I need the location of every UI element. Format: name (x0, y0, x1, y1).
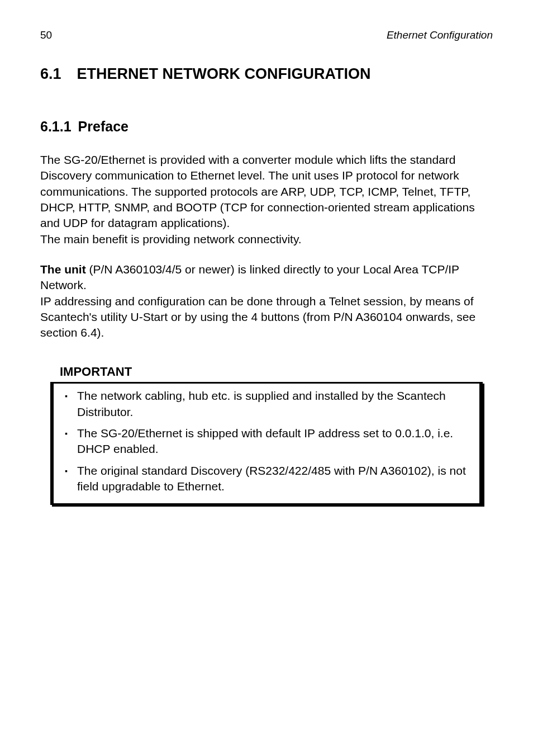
section-heading-1: 6.1ETHERNET NETWORK CONFIGURATION (40, 64, 493, 84)
h2-title: Preface (78, 119, 129, 134)
paragraph-1-text: The SG-20/Ethernet is provided with a co… (40, 153, 475, 229)
paragraph-2-rest: (P/N A360103/4/5 or newer) is linked dir… (40, 263, 459, 291)
h1-number: 6.1 (40, 65, 61, 82)
list-item: The network cabling, hub etc. is supplie… (64, 388, 469, 420)
paragraph-2-bold: The unit (40, 263, 86, 276)
paragraph-1: The SG-20/Ethernet is provided with a co… (40, 152, 493, 247)
important-box: The network cabling, hub etc. is supplie… (50, 382, 483, 505)
page-number: 50 (40, 28, 52, 42)
paragraph-1b-text: The main benefit is providing network co… (40, 233, 302, 245)
section-heading-2: 6.1.1Preface (40, 117, 493, 136)
paragraph-2b-text: IP addressing and configuration can be d… (40, 295, 475, 339)
running-title: Ethernet Configuration (387, 28, 493, 42)
list-item: The original standard Discovery (RS232/4… (64, 463, 469, 495)
h2-number: 6.1.1 (40, 119, 72, 134)
list-item: The SG-20/Ethernet is shipped with defau… (64, 426, 469, 457)
h1-title: ETHERNET NETWORK CONFIGURATION (77, 65, 371, 82)
page-header: 50 Ethernet Configuration (40, 28, 493, 42)
important-list: The network cabling, hub etc. is supplie… (64, 388, 469, 494)
important-label: IMPORTANT (60, 363, 493, 380)
paragraph-2: The unit (P/N A360103/4/5 or newer) is l… (40, 262, 493, 341)
